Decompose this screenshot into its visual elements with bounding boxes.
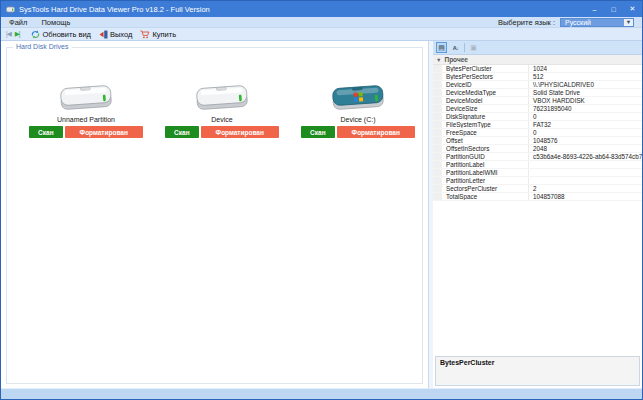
property-row[interactable]: TotalSpace104857088 (433, 193, 642, 201)
status-bar (1, 388, 642, 399)
property-row[interactable]: PartitionLabelWMI (433, 169, 642, 177)
menu-file[interactable]: Файл (9, 18, 27, 27)
drives-panel: Hard Disk Drives Unnamed PartitionСканФо… (1, 41, 429, 388)
drive-item: Unnamed PartitionСканФорматирован (29, 82, 143, 138)
drive-label: Unnamed Partition (57, 116, 115, 123)
property-name: PartitionLabelWMI (433, 169, 529, 176)
drive-label: Device (211, 116, 232, 123)
property-row[interactable]: FreeSpace0 (433, 129, 642, 137)
property-name: DeviceID (433, 81, 529, 88)
drive-list: Unnamed PartitionСканФорматированDeviceС… (7, 48, 422, 138)
property-name: FreeSpace (433, 129, 529, 136)
property-value: VBOX HARDDISK (529, 97, 642, 104)
exit-button[interactable]: Выход (97, 30, 134, 39)
language-value: Русский (565, 19, 591, 26)
property-row[interactable]: DeviceModelVBOX HARDDISK (433, 97, 642, 105)
maximize-button[interactable]: □ (604, 1, 623, 17)
property-row[interactable]: DeviceSize76231895040 (433, 105, 642, 113)
property-description-pane: BytesPerCluster (435, 356, 640, 386)
property-value (529, 169, 642, 176)
hard-drive-windows-icon (328, 82, 388, 114)
title-bar: SysTools Hard Drive Data Viewer Pro v18.… (1, 1, 642, 17)
property-value: \\.\PHYSICALDRIVE0 (529, 81, 642, 88)
property-panel: ▤ A↓ ▣ ▼ Прочее BytesPerCluster1024Bytes… (433, 41, 642, 388)
property-value: 512 (529, 73, 642, 80)
app-window: SysTools Hard Drive Data Viewer Pro v18.… (0, 0, 643, 400)
property-name: DeviceMediaType (433, 89, 529, 96)
property-value: 2 (529, 185, 642, 192)
exit-icon (99, 30, 108, 39)
drive-buttons: СканФорматирован (165, 126, 279, 138)
collapse-arrow-icon[interactable]: ▼ (436, 57, 441, 63)
refresh-icon (31, 30, 40, 39)
scan-button[interactable]: Скан (165, 126, 199, 138)
drive-buttons: СканФорматирован (29, 126, 143, 138)
main-toolbar: |◀ ▶| Обновить вид Выход Купить (1, 28, 642, 41)
drive-item: Device (C:)СканФорматирован (301, 82, 415, 138)
drives-groupbox: Hard Disk Drives Unnamed PartitionСканФо… (6, 47, 423, 384)
nav-last-icon[interactable]: ▶| (15, 30, 20, 38)
property-name: BytesPerSectors (433, 73, 529, 80)
format-button[interactable]: Форматирован (201, 126, 279, 138)
property-name: SectorsPerCluster (433, 185, 529, 192)
format-button[interactable]: Форматирован (337, 126, 415, 138)
property-row[interactable]: BytesPerSectors512 (433, 73, 642, 81)
property-row[interactable]: FileSystemTypeFAT32 (433, 121, 642, 129)
property-grid-empty-area (433, 201, 642, 354)
menu-bar: Файл Помощь Выберите язык : Русский ▼ (1, 17, 642, 28)
nav-first-icon[interactable]: |◀ (6, 30, 11, 38)
property-value: 104857088 (529, 193, 642, 200)
chevron-down-icon[interactable]: ▼ (624, 19, 633, 26)
property-name: PartitionLabel (433, 161, 529, 168)
property-row[interactable]: SectorsPerCluster2 (433, 185, 642, 193)
buy-button[interactable]: Купить (138, 30, 178, 39)
toolbar-separator (464, 43, 465, 52)
property-category-label: Прочее (444, 56, 467, 63)
minimize-button[interactable]: – (585, 1, 604, 17)
hard-drive-icon (56, 82, 116, 114)
property-pages-icon: ▣ (468, 42, 479, 53)
property-name: FileSystemType (433, 121, 529, 128)
drive-item: DeviceСканФорматирован (165, 82, 279, 138)
property-value: 1048576 (529, 137, 642, 144)
property-row[interactable]: BytesPerCluster1024 (433, 65, 642, 73)
language-select[interactable]: Русский ▼ (560, 18, 634, 27)
property-row[interactable]: PartitionLetter (433, 177, 642, 185)
property-category-row[interactable]: ▼ Прочее (433, 55, 642, 65)
property-name: BytesPerCluster (433, 65, 529, 72)
drives-panel-title: Hard Disk Drives (13, 43, 72, 50)
menu-help[interactable]: Помощь (41, 18, 70, 27)
categorized-view-icon[interactable]: ▤ (436, 42, 447, 53)
language-label: Выберите язык : (498, 18, 555, 27)
property-row[interactable]: DiskSignature0 (433, 113, 642, 121)
property-row[interactable]: Offset1048576 (433, 137, 642, 145)
property-row[interactable]: DeviceID\\.\PHYSICALDRIVE0 (433, 81, 642, 89)
app-icon (6, 5, 15, 14)
language-area: Выберите язык : Русский ▼ (498, 18, 634, 27)
buy-label: Купить (152, 30, 176, 39)
property-value: 0 (529, 113, 642, 120)
property-row[interactable]: PartitionLabel (433, 161, 642, 169)
property-value: Solid State Drive (529, 89, 642, 96)
property-value: 2048 (529, 145, 642, 152)
exit-label: Выход (110, 30, 132, 39)
hard-drive-icon (192, 82, 252, 114)
property-value: c53b6a4e-8693-4226-ab64-83d574cb7cb7 (529, 153, 642, 160)
property-row[interactable]: OffsetInSectors2048 (433, 145, 642, 153)
property-value: 76231895040 (529, 105, 642, 112)
format-button[interactable]: Форматирован (65, 126, 143, 138)
property-grid-rows: BytesPerCluster1024BytesPerSectors512Dev… (433, 65, 642, 201)
alphabetical-sort-icon[interactable]: A↓ (450, 42, 461, 53)
refresh-view-button[interactable]: Обновить вид (29, 30, 93, 39)
property-name: PartitionGUID (433, 153, 529, 160)
property-name: DeviceSize (433, 105, 529, 112)
property-name: OffsetInSectors (433, 145, 529, 152)
property-row[interactable]: DeviceMediaTypeSolid State Drive (433, 89, 642, 97)
scan-button[interactable]: Скан (29, 126, 63, 138)
property-value: 1024 (529, 65, 642, 72)
refresh-label: Обновить вид (42, 30, 91, 39)
scan-button[interactable]: Скан (301, 126, 335, 138)
property-name: Offset (433, 137, 529, 144)
close-button[interactable]: ✕ (623, 1, 642, 17)
property-row[interactable]: PartitionGUIDc53b6a4e-8693-4226-ab64-83d… (433, 153, 642, 161)
